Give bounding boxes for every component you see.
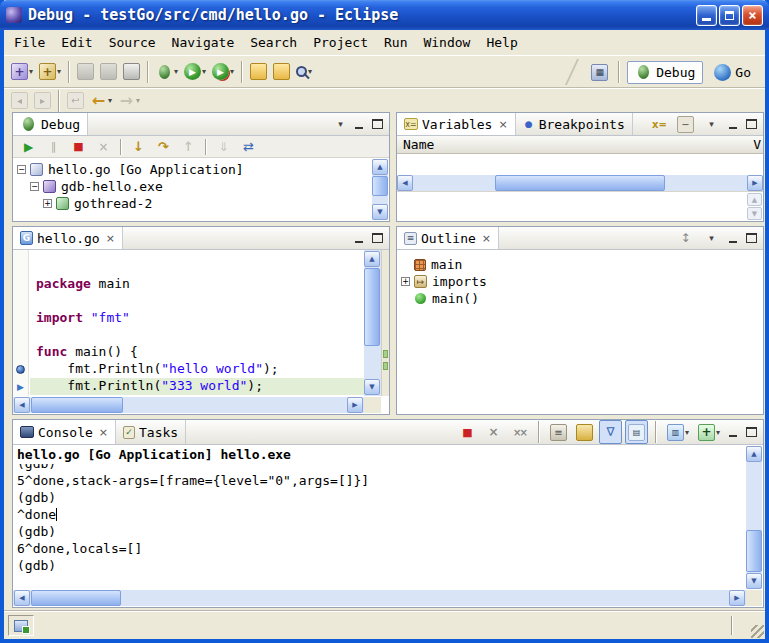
minimize-view-icon[interactable] [352,118,367,131]
back-button[interactable]: ←▾ [87,89,115,113]
scroll-right-icon[interactable]: ▶ [747,175,763,191]
run-button[interactable]: ▶▾ [181,60,209,84]
scroll-left-icon[interactable]: ◀ [397,175,413,191]
next-annotation-button[interactable]: ▸ [31,89,54,113]
tree-row[interactable]: +↦imports [397,273,763,290]
scrollbar-thumb[interactable] [372,176,388,196]
collapse-expander-icon[interactable]: − [30,182,39,191]
overview-ruler[interactable] [381,250,389,396]
close-tab-icon[interactable]: × [99,426,108,439]
scroll-left-icon[interactable]: ◀ [14,590,30,606]
dropdown-arrow-icon[interactable]: ▾ [685,428,689,437]
resize-grip[interactable] [751,625,764,638]
scroll-up-icon[interactable]: ▲ [364,251,380,267]
menu-window[interactable]: Window [415,32,478,53]
terminate-button[interactable]: ■ [456,420,479,444]
close-tab-icon[interactable]: × [106,232,115,245]
tree-row[interactable]: main [397,256,763,273]
code-line[interactable]: import "fmt" [30,310,364,327]
open-console-button[interactable]: +▾ [695,420,723,444]
breakpoint-icon[interactable] [16,365,25,374]
suspend-button[interactable]: ‖ [42,137,65,157]
code-line[interactable]: fmt.Println("hello world"); [30,361,364,378]
open-folder-button[interactable] [247,60,270,84]
step-into-button[interactable]: ↓ [127,137,150,157]
drop-to-frame-button[interactable]: ⇓ [212,137,235,157]
dropdown-arrow-icon[interactable]: ▾ [716,428,720,437]
external-tools-button[interactable]: ▶▾ [209,60,237,84]
scroll-down-icon[interactable]: ▼ [746,573,762,589]
maximize-view-icon[interactable] [370,118,385,131]
use-step-filters-button[interactable]: ⇄ [237,137,260,157]
close-tab-icon[interactable]: × [482,232,491,245]
new-go-wizard-button[interactable]: +▾ [36,60,64,84]
menu-navigate[interactable]: Navigate [164,32,243,53]
maximize-view-icon[interactable] [744,426,759,439]
open-resource-button[interactable] [270,60,293,84]
disconnect-button[interactable]: × [92,137,115,157]
minimize-view-icon[interactable] [726,426,741,439]
show-type-names-button[interactable]: x= [648,112,671,136]
tab-variables[interactable]: x= Variables × [397,113,516,135]
dropdown-arrow-icon[interactable]: ▾ [308,67,312,76]
tab-outline[interactable]: ≡ Outline × [397,227,499,249]
maximize-view-icon[interactable] [744,118,759,131]
save-button[interactable] [74,60,97,84]
menu-edit[interactable]: Edit [53,32,100,53]
editor-gutter[interactable]: ▶ [13,250,29,396]
menu-help[interactable]: Help [478,32,525,53]
dropdown-arrow-icon[interactable]: ▾ [230,67,234,76]
variables-column-header[interactable]: Name V [397,136,763,154]
clear-console-button[interactable]: ≡ [547,420,570,444]
close-window-icon[interactable]: × [742,5,763,26]
annotation-mark[interactable] [383,362,388,370]
dropdown-arrow-icon[interactable]: ▾ [57,67,61,76]
collapse-all-button[interactable]: − [674,112,697,136]
open-perspective-button[interactable]: ▦ [588,60,611,84]
variables-detail-pane[interactable]: ▲ ▼ [397,191,763,221]
save-all-button[interactable] [97,60,120,84]
minimize-window-icon[interactable] [696,5,717,26]
code-line[interactable]: fmt.Println("333 world"); [30,378,364,395]
pin-console-button[interactable]: ∇ [599,420,622,444]
view-menu-button[interactable]: ▾ [700,112,723,136]
tab-console[interactable]: Console × [13,420,116,444]
tab-tasks[interactable]: ✓ Tasks [116,420,186,444]
code-line[interactable]: package main [30,276,364,293]
title-bar[interactable]: Debug - testGo/src/cmd/hello.go - Eclips… [0,0,769,30]
show-console-on-output-button[interactable]: ▤ [625,420,648,444]
scroll-down-icon[interactable]: ▼ [372,204,388,220]
tab-breakpoints[interactable]: ● Breakpoints [516,113,633,135]
perspective-debug-button[interactable]: Debug [627,61,703,84]
scroll-down-icon[interactable]: ▼ [364,379,380,395]
console-output[interactable]: (gdb)5^done,stack-args=[frame={level="0"… [17,464,745,589]
dropdown-arrow-icon[interactable]: ▾ [174,67,178,76]
scrollbar-thumb[interactable] [495,175,665,191]
resume-button[interactable]: ▶ [17,137,40,157]
scrollbar-thumb[interactable] [364,268,380,346]
scroll-left-icon[interactable]: ◀ [14,397,30,413]
tree-row[interactable]: main() [397,290,763,307]
maximize-view-icon[interactable] [370,232,385,245]
view-menu-button[interactable]: ▾ [700,226,723,250]
minimize-view-icon[interactable] [726,118,741,131]
tree-row[interactable]: −hello.go [Go Application] [13,161,371,178]
expand-expander-icon[interactable]: + [43,199,52,208]
print-button[interactable] [120,60,143,84]
menu-search[interactable]: Search [242,32,305,53]
tab-hello-go[interactable]: G hello.go × [13,227,123,249]
minimize-view-icon[interactable] [352,232,367,245]
step-over-button[interactable]: ↷ [152,137,175,157]
collapse-expander-icon[interactable]: − [17,165,26,174]
code-line[interactable]: func main() { [30,344,364,361]
search-button[interactable]: ▾ [293,60,315,84]
dropdown-arrow-icon[interactable]: ▾ [136,96,140,105]
dropdown-arrow-icon[interactable]: ▾ [202,67,206,76]
minimize-view-icon[interactable] [726,232,741,245]
display-selected-console-button[interactable]: ▥▾ [664,420,692,444]
annotation-mark[interactable] [383,350,388,358]
previous-annotation-button[interactable]: ◂ [8,89,31,113]
remove-launch-button[interactable]: × [482,420,505,444]
tree-row[interactable]: +gothread-2 [13,195,371,212]
tree-row[interactable]: −gdb-hello.exe [13,178,371,195]
